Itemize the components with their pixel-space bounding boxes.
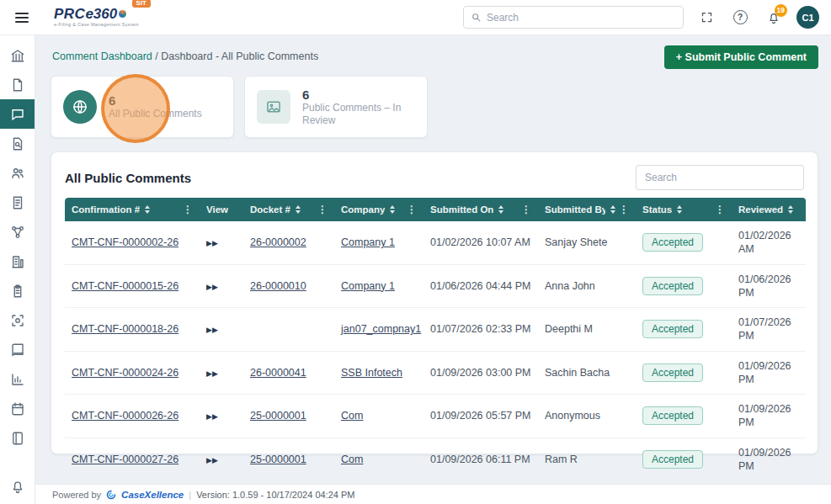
docket-link[interactable]: 25-0000001 [250,454,306,465]
column-header-status[interactable]: Status⋮ [636,198,732,221]
logo-dot-icon [119,10,126,18]
column-header-reviewed[interactable]: Reviewed [732,198,806,221]
sidebar-item-reports[interactable] [0,364,35,394]
table-search-input[interactable] [636,165,804,190]
stat-value: 6 [302,88,415,102]
sidebar-item-alerts[interactable] [0,471,35,501]
column-label: Submitted On [430,204,493,215]
view-icon[interactable]: ▶▶ [206,456,218,464]
docket-link[interactable]: 26-0000010 [250,280,306,292]
view-icon[interactable]: ▶▶ [206,283,218,291]
view-icon[interactable]: ▶▶ [206,412,218,421]
logo-text-e360: e360 [85,7,117,21]
sort-icon[interactable] [677,205,682,214]
column-menu-icon[interactable]: ⋮ [518,204,531,215]
submitted-by-value: Sanjay Shete [545,236,607,248]
help-icon[interactable]: ? [729,7,751,29]
comments-icon [10,107,25,122]
docket-link[interactable]: 25-0000001 [250,410,306,422]
view-icon[interactable]: ▶▶ [206,369,218,378]
view-icon[interactable]: ▶▶ [206,326,218,334]
stat-card-in-review[interactable]: 6 Public Comments – In Review [244,76,428,138]
global-search-input[interactable] [487,12,676,24]
column-header-docket[interactable]: Docket #⋮ [243,198,334,221]
confirmation-link[interactable]: CMT-CNF-0000024-26 [72,367,178,379]
all-public-comments-panel: All Public Comments Confirmation #⋮ View… [51,151,818,454]
column-label: Status [642,204,672,215]
sidebar-item-file-search[interactable] [0,129,35,158]
sidebar-item-filings[interactable] [0,70,35,99]
sort-icon[interactable] [788,205,793,214]
column-menu-icon[interactable]: ⋮ [711,204,725,215]
column-label: Reviewed [738,204,783,215]
sort-icon[interactable] [390,205,395,214]
docket-link[interactable]: 26-0000041 [250,367,306,379]
company-link[interactable]: Company 1 [341,236,395,248]
company-link[interactable]: Company 1 [341,280,395,292]
library-icon [10,342,25,358]
company-link[interactable]: jan07_compnay1 [341,323,421,335]
reviewed-meridiem: PM [738,286,806,300]
column-label: Confirmation # [72,204,140,215]
company-link[interactable]: Com [341,454,363,465]
column-label: View [206,204,228,215]
table-row: CMT-CNF-0000026-26 ▶▶ 25-0000001 Com 01/… [65,395,806,438]
table-row: CMT-CNF-0000002-26 ▶▶ 26-0000002 Company… [65,221,806,264]
confirmation-link[interactable]: CMT-CNF-0000015-26 [72,280,178,292]
submit-public-comment-button[interactable]: + Submit Public Comment [664,45,818,69]
status-badge: Accepted [642,320,703,338]
column-header-confirmation[interactable]: Confirmation #⋮ [65,198,200,221]
column-label: Docket # [250,204,290,215]
sidebar-item-tasks[interactable] [0,276,35,305]
calendar-icon [10,401,25,416]
confirmation-link[interactable]: CMT-CNF-0000002-26 [72,236,178,248]
stat-label: All Public Comments [109,108,202,120]
sort-icon[interactable] [145,205,150,214]
submitted-on-value: 01/07/2026 02:33 PM [430,323,531,335]
sort-icon[interactable] [498,205,503,214]
hamburger-menu-icon[interactable] [12,9,32,26]
column-header-view[interactable]: View [200,198,243,221]
confirmation-link[interactable]: CMT-CNF-0000018-26 [72,323,178,335]
column-label: Company [341,204,385,215]
user-avatar[interactable]: C1 [796,6,819,29]
company-link[interactable]: SSB Infotech [341,367,402,379]
sidebar-item-workflow[interactable] [0,217,35,247]
column-header-submitted-by[interactable]: Submitted By⋮ [538,198,636,221]
notifications-bell-icon[interactable]: 19 [763,7,785,29]
docket-link[interactable]: 26-0000002 [250,236,306,248]
sidebar-item-calendar[interactable] [0,394,35,423]
fullscreen-icon[interactable] [695,7,717,29]
sidebar-item-users[interactable] [0,158,35,188]
reviewed-meridiem: PM [738,459,806,473]
casexellence-brand[interactable]: CaseXellence [121,490,184,500]
sidebar-item-journal[interactable] [0,423,35,453]
stat-card-all-public-comments[interactable]: 6 All Public Comments [51,76,234,138]
sidebar-item-bank[interactable] [0,40,35,70]
company-link[interactable]: Com [341,410,363,422]
table-row: CMT-CNF-0000027-26 ▶▶ 25-0000001 Com 01/… [65,438,806,481]
sidebar-item-library[interactable] [0,335,35,364]
bell-icon [10,479,25,494]
sidebar-item-scan[interactable] [0,305,35,335]
reviewed-date: 01/09/2026 [738,446,806,459]
column-header-submitted-on[interactable]: Submitted On⋮ [423,198,538,221]
sidebar-item-organizations[interactable] [0,247,35,276]
powered-by-label: Powered by [52,490,101,500]
column-menu-icon[interactable]: ⋮ [179,204,193,215]
view-icon[interactable]: ▶▶ [206,239,218,247]
submitted-on-value: 01/09/2026 05:57 PM [430,410,531,422]
column-menu-icon[interactable]: ⋮ [615,204,629,215]
breadcrumb-link-comment-dashboard[interactable]: Comment Dashboard [52,50,152,62]
confirmation-link[interactable]: CMT-CNF-0000026-26 [72,410,178,422]
sidebar-item-documents[interactable] [0,188,35,217]
column-menu-icon[interactable]: ⋮ [403,204,417,215]
sidebar-item-comments[interactable] [0,99,35,129]
status-badge: Accepted [642,233,703,252]
sort-icon[interactable] [296,205,301,214]
table-row: CMT-CNF-0000024-26 ▶▶ 26-0000041 SSB Inf… [65,351,806,395]
column-menu-icon[interactable]: ⋮ [314,204,328,215]
journal-icon [10,431,25,446]
column-header-company[interactable]: Company⋮ [334,198,423,221]
confirmation-link[interactable]: CMT-CNF-0000027-26 [72,454,178,465]
